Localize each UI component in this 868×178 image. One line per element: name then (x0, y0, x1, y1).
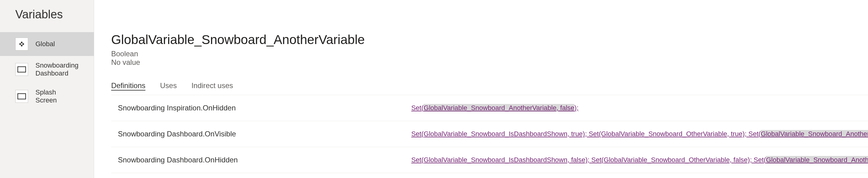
variable-name-heading: GlobalVariable_Snowboard_AnotherVariable (111, 11, 868, 47)
svg-rect-2 (19, 43, 21, 45)
variable-type-label: Boolean (111, 50, 868, 58)
definitions-list: Snowboarding Inspiration.OnHidden Set(Gl… (111, 95, 868, 173)
definition-location: Snowboarding Inspiration.OnHidden (118, 104, 411, 112)
definition-formula-link[interactable]: Set(GlobalVariable_Snowboard_IsDashboard… (411, 156, 868, 164)
sidebar-item-label: Splash Screen (35, 88, 79, 104)
sidebar-item-global[interactable]: Global (0, 32, 94, 56)
tabs: Definitions Uses Indirect uses (111, 81, 868, 95)
tab-definitions[interactable]: Definitions (111, 81, 146, 95)
definition-row: Snowboarding Dashboard.OnHidden Set(Glob… (111, 147, 868, 173)
screen-icon (15, 90, 28, 103)
svg-rect-3 (21, 44, 23, 47)
tab-indirect-uses[interactable]: Indirect uses (191, 81, 233, 95)
svg-rect-4 (18, 67, 26, 72)
tab-uses[interactable]: Uses (160, 81, 177, 95)
sidebar-item-snowboarding-dashboard[interactable]: Snowboarding Dashboard (0, 56, 94, 83)
definition-formula-link[interactable]: Set(GlobalVariable_Snowboard_AnotherVari… (411, 104, 579, 112)
svg-rect-5 (18, 94, 26, 99)
main-content: GlobalVariable_Snowboard_AnotherVariable… (94, 0, 868, 178)
definition-row: Snowboarding Inspiration.OnHidden Set(Gl… (111, 95, 868, 121)
definition-row: Snowboarding Dashboard.OnVisible Set(Glo… (111, 121, 868, 147)
svg-rect-1 (22, 43, 24, 45)
sidebar-item-label: Snowboarding Dashboard (35, 61, 79, 78)
sidebar-item-splash-screen[interactable]: Splash Screen (0, 83, 94, 110)
screen-icon (15, 63, 28, 76)
sidebar-title: Variables (0, 0, 94, 32)
definition-location: Snowboarding Dashboard.OnVisible (118, 130, 411, 138)
global-icon (15, 38, 28, 51)
svg-rect-0 (21, 41, 23, 44)
variable-value-label: No value (111, 58, 868, 67)
definition-location: Snowboarding Dashboard.OnHidden (118, 156, 411, 164)
sidebar: Variables Global Snowboarding Dashboard (0, 0, 94, 178)
sidebar-item-label: Global (35, 40, 55, 48)
definition-formula-link[interactable]: Set(GlobalVariable_Snowboard_IsDashboard… (411, 130, 868, 138)
